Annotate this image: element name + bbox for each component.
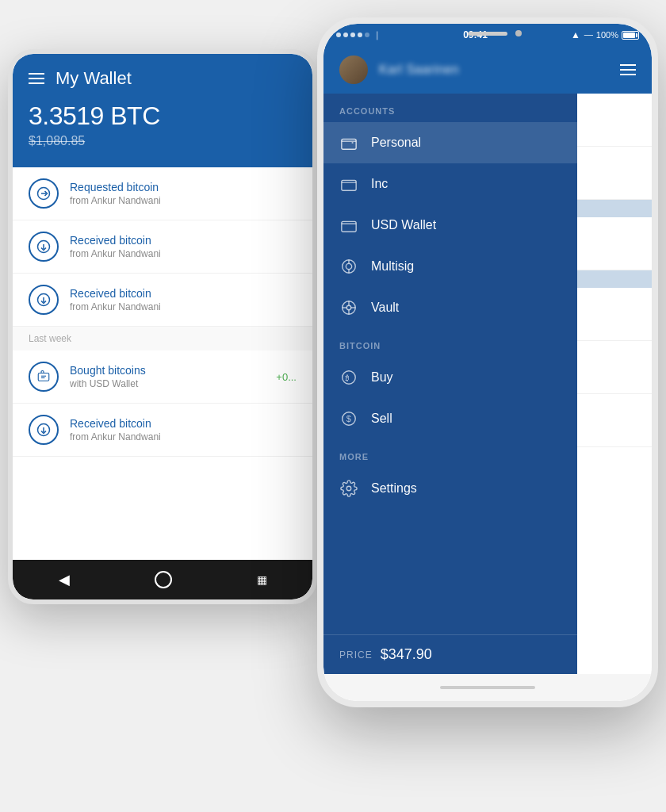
tx-subtitle-1: from Ankur Nandwani — [70, 248, 297, 259]
vault-icon — [339, 298, 358, 317]
svg-point-20 — [346, 305, 351, 310]
tx-details-1: Received bitcoin from Ankur Nandwani — [70, 234, 297, 259]
back-button[interactable]: ◀ — [52, 565, 76, 595]
drawer-footer: PRICE $347.90 — [323, 634, 577, 674]
svg-rect-3 — [38, 373, 49, 381]
tx-subtitle-3: from Ankur Nandwani — [70, 431, 297, 442]
home-bar[interactable] — [440, 686, 535, 689]
sell-icon: $ — [339, 409, 358, 428]
personal-label: Personal — [371, 136, 421, 150]
drawer-item-inc[interactable]: Inc — [323, 163, 577, 205]
tx-title: Requested bitcoin — [70, 181, 297, 193]
tx-subtitle-bought: with USD Wallet — [70, 378, 265, 389]
svg-rect-12 — [342, 139, 356, 149]
price-value: $347.90 — [381, 646, 432, 663]
ios-content: Sent to Bria... Sent to New... — [323, 46, 652, 674]
transaction-list: Requested bitcoin from Ankur Nandwani — [13, 167, 312, 457]
svg-rect-14 — [342, 221, 356, 232]
android-phone: My Wallet 3.3519 BTC $1,080.85 — [8, 49, 317, 604]
android-content: Requested bitcoin from Ankur Nandwani — [13, 167, 312, 560]
home-button[interactable] — [155, 571, 172, 588]
drawer-item-vault[interactable]: Vault — [323, 287, 577, 328]
tx-title-3: Received bitcoin — [70, 417, 297, 430]
tx-item-bought[interactable]: Bought bitcoins with USD Wallet +0... — [13, 350, 312, 404]
drawer-item-buy[interactable]: ₿ Buy — [323, 357, 577, 398]
settings-icon — [339, 479, 358, 498]
ios-home-indicator — [323, 674, 652, 701]
more-label: MORE — [323, 439, 577, 468]
tx-subtitle: from Ankur Nandwani — [70, 195, 297, 206]
drawer-profile: Karl Saarinen — [323, 46, 577, 94]
svg-point-29 — [346, 486, 351, 491]
usd-wallet-icon — [339, 216, 358, 235]
tx-details-3: Received bitcoin from Ankur Nandwani — [70, 417, 297, 442]
tx-title-bought: Bought bitcoins — [70, 364, 265, 377]
bought-icon — [29, 362, 59, 392]
tx-amount: +0... — [276, 371, 297, 383]
feed-hamburger[interactable] — [620, 64, 636, 75]
svg-text:$: $ — [346, 414, 351, 423]
tx-details-bought: Bought bitcoins with USD Wallet — [70, 364, 265, 389]
ios-phone: ∣ 09:41 ▲ ⸻ 100% — [317, 17, 658, 707]
received-icon-1 — [29, 232, 59, 262]
sell-label: Sell — [371, 412, 392, 426]
usd-label: USD Wallet — [371, 218, 436, 232]
vault-label: Vault — [371, 301, 399, 315]
bitcoin-label: BITCOIN — [323, 328, 577, 357]
battery-icon — [622, 31, 639, 40]
multisig-icon — [339, 257, 358, 276]
btc-amount: 3.3519 BTC — [29, 102, 297, 131]
ios-speaker — [468, 32, 507, 36]
settings-label: Settings — [371, 481, 417, 496]
drawer-item-personal[interactable]: Personal — [323, 122, 577, 163]
scene: My Wallet 3.3519 BTC $1,080.85 — [8, 17, 658, 795]
received-icon-2 — [29, 285, 59, 315]
drawer-item-usd[interactable]: USD Wallet — [323, 205, 577, 246]
status-icons: ▲ ⸻ 100% — [571, 29, 639, 40]
tx-details: Requested bitcoin from Ankur Nandwani — [70, 181, 297, 206]
multisig-label: Multisig — [371, 259, 414, 274]
buy-icon: ₿ — [339, 368, 358, 387]
ios-camera — [515, 30, 522, 36]
received-icon-3 — [29, 415, 59, 445]
accounts-label: ACCOUNTS — [323, 94, 577, 122]
svg-point-16 — [346, 263, 351, 269]
tx-item-received-1[interactable]: Received bitcoin from Ankur Nandwani — [13, 220, 312, 274]
android-header: My Wallet 3.3519 BTC $1,080.85 — [13, 54, 312, 167]
svg-rect-13 — [342, 180, 356, 190]
svg-text:₿: ₿ — [345, 373, 350, 382]
drawer-item-multisig[interactable]: Multisig — [323, 246, 577, 287]
inc-label: Inc — [371, 177, 388, 191]
tx-item-requested[interactable]: Requested bitcoin from Ankur Nandwani — [13, 167, 312, 220]
profile-name: Karl Saarinen — [379, 63, 459, 77]
drawer-item-settings[interactable]: Settings — [323, 468, 577, 509]
tx-title-2: Received bitcoin — [70, 287, 297, 300]
inc-wallet-icon — [339, 174, 358, 193]
price-label: PRICE — [339, 649, 373, 661]
section-label: Last week — [13, 327, 312, 350]
tx-details-2: Received bitcoin from Ankur Nandwani — [70, 287, 297, 312]
profile-avatar — [339, 56, 368, 84]
android-bottom-bar: ◀ ▦ — [13, 560, 312, 599]
status-dots: ∣ — [336, 30, 380, 40]
recent-button[interactable]: ▦ — [251, 567, 274, 592]
battery-text: 100% — [596, 30, 618, 40]
drawer: Karl Saarinen ACCOUNTS Personal — [323, 46, 577, 674]
tx-subtitle-2: from Ankur Nandwani — [70, 301, 297, 312]
requested-icon — [29, 178, 59, 209]
usd-amount: $1,080.85 — [29, 134, 297, 148]
tx-item-received-3[interactable]: Received bitcoin from Ankur Nandwani — [13, 404, 312, 457]
wallet-title: My Wallet — [56, 68, 132, 89]
drawer-item-sell[interactable]: $ Sell — [323, 398, 577, 439]
tx-item-received-2[interactable]: Received bitcoin from Ankur Nandwani — [13, 274, 312, 327]
personal-wallet-icon — [339, 133, 358, 152]
hamburger-icon[interactable] — [29, 73, 44, 84]
tx-title-1: Received bitcoin — [70, 234, 297, 247]
buy-label: Buy — [371, 370, 393, 385]
